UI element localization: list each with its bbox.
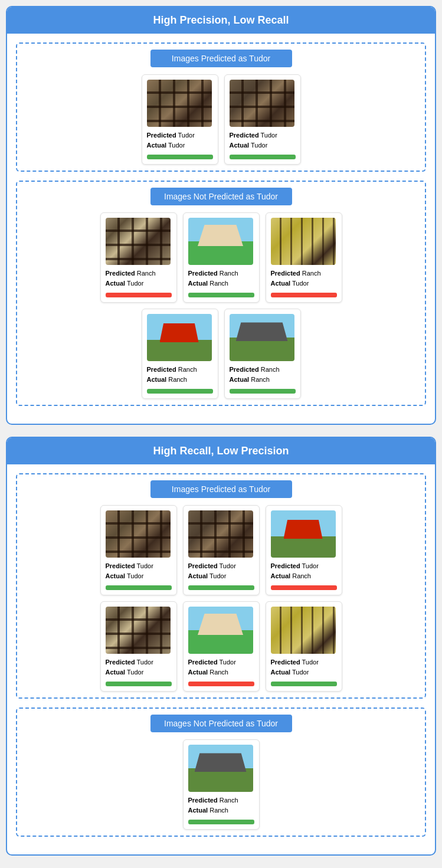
card-label: Predicted Tudor Actual Ranch (188, 657, 236, 677)
predicted-label: Predicted (271, 659, 300, 666)
card-image (271, 510, 336, 558)
actual-label: Actual (230, 376, 250, 383)
subsection-title-2b: Images Not Predicted as Tudor (150, 715, 292, 732)
section-title-1: High Precision, Low Recall (7, 7, 435, 34)
card-image (147, 80, 212, 127)
card: Predicted Tudor Actual Tudor (100, 505, 177, 595)
cards-row-2b: Predicted Tudor Actual Tudor Predicted T… (23, 601, 419, 692)
card-bar (106, 682, 172, 686)
card-image (188, 510, 253, 558)
card: Predicted Tudor Actual Tudor (224, 74, 301, 165)
card-bar (271, 682, 337, 686)
card: Predicted Tudor Actual Tudor (266, 601, 342, 692)
card-bar (188, 585, 254, 590)
subsection-not-predicted-tudor-1: Images Not Predicted as Tudor Predicted … (16, 181, 426, 406)
card: Predicted Tudor Actual Ranch (183, 601, 260, 692)
section-1-content: Images Predicted as Tudor Predicted Tudo… (7, 34, 435, 424)
predicted-label: Predicted (188, 270, 218, 277)
predicted-label: Predicted (147, 366, 176, 373)
card-image (230, 314, 294, 361)
card: Predicted Ranch Actual Tudor (266, 212, 342, 303)
card-image (106, 218, 171, 265)
actual-label: Actual (271, 669, 291, 676)
actual-label: Actual (188, 669, 208, 676)
subsection-not-predicted-tudor-2: Images Not Predicted as Tudor Predicted … (16, 707, 426, 837)
section-2-content: Images Predicted as Tudor Predicted Tudo… (7, 464, 435, 854)
predicted-label: Predicted (106, 562, 135, 569)
card-bar (147, 389, 213, 394)
card-label: Predicted Tudor Actual Tudor (147, 130, 195, 150)
predicted-label: Predicted (106, 270, 135, 277)
card: Predicted Ranch Actual Ranch (183, 212, 260, 303)
predicted-label: Predicted (271, 270, 300, 277)
card-label: Predicted Ranch Actual Tudor (271, 268, 321, 288)
actual-label: Actual (271, 572, 291, 579)
predicted-label: Predicted (230, 132, 259, 139)
predicted-label: Predicted (188, 797, 218, 804)
predicted-label: Predicted (106, 659, 135, 666)
predicted-label: Predicted (188, 659, 218, 666)
actual-label: Actual (106, 280, 126, 287)
actual-label: Actual (147, 142, 167, 149)
subsection-predicted-tudor-2: Images Predicted as Tudor Predicted Tudo… (16, 473, 426, 699)
cards-row-1c: Predicted Ranch Actual Ranch Predicted R… (23, 309, 419, 399)
card-bar (106, 293, 172, 297)
card: Predicted Ranch Actual Ranch (142, 309, 218, 399)
subsection-title-1a: Images Predicted as Tudor (150, 50, 292, 67)
card-image (106, 607, 171, 654)
card-label: Predicted Tudor Actual Tudor (188, 561, 236, 581)
card-label: Predicted Tudor Actual Tudor (106, 657, 153, 677)
cards-row-2c: Predicted Ranch Actual Ranch (23, 739, 419, 830)
card-label: Predicted Tudor Actual Ranch (271, 561, 319, 581)
subsection-title-2a: Images Predicted as Tudor (150, 480, 292, 498)
card-bar (188, 682, 254, 686)
actual-label: Actual (147, 376, 167, 383)
actual-label: Actual (188, 280, 208, 287)
card-bar (188, 820, 254, 824)
card: Predicted Tudor Actual Ranch (266, 505, 342, 595)
card-bar (188, 293, 254, 297)
subsection-title-1b: Images Not Predicted as Tudor (150, 188, 292, 205)
card-image (106, 510, 171, 558)
section-title-2: High Recall, Low Precision (7, 438, 435, 464)
predicted-label: Predicted (230, 366, 259, 373)
card: Predicted Tudor Actual Tudor (100, 601, 177, 692)
card: Predicted Ranch Actual Ranch (224, 309, 301, 399)
card-image (147, 314, 212, 361)
card-bar (230, 155, 296, 159)
actual-label: Actual (106, 572, 126, 579)
cards-row-1b: Predicted Ranch Actual Tudor Predicted R… (23, 212, 419, 303)
card-image (188, 607, 253, 654)
card-label: Predicted Tudor Actual Tudor (106, 561, 153, 581)
card: Predicted Tudor Actual Tudor (142, 74, 218, 165)
cards-row-2a: Predicted Tudor Actual Tudor Predicted T… (23, 505, 419, 595)
card-label: Predicted Ranch Actual Ranch (147, 365, 197, 384)
card-bar (271, 293, 337, 297)
actual-label: Actual (188, 807, 208, 814)
card-label: Predicted Tudor Actual Tudor (230, 130, 277, 150)
card-label: Predicted Ranch Actual Ranch (230, 365, 280, 384)
actual-label: Actual (106, 669, 126, 676)
predicted-label: Predicted (188, 562, 218, 569)
card-bar (271, 585, 337, 590)
card-bar (106, 585, 172, 590)
card-label: Predicted Ranch Actual Tudor (106, 268, 156, 288)
card-label: Predicted Ranch Actual Ranch (188, 268, 238, 288)
card: Predicted Ranch Actual Ranch (183, 739, 260, 830)
cards-row-1a: Predicted Tudor Actual Tudor Predicted T… (23, 74, 419, 165)
card-image (188, 218, 253, 265)
card-image (188, 745, 253, 792)
card-label: Predicted Tudor Actual Tudor (271, 657, 319, 677)
subsection-predicted-tudor-1: Images Predicted as Tudor Predicted Tudo… (16, 42, 426, 172)
card-label: Predicted Ranch Actual Ranch (188, 795, 238, 815)
section-high-precision: High Precision, Low Recall Images Predic… (6, 6, 436, 425)
actual-label: Actual (230, 142, 250, 149)
card-image (230, 80, 294, 127)
card: Predicted Ranch Actual Tudor (100, 212, 177, 303)
card-image (271, 218, 336, 265)
card: Predicted Tudor Actual Tudor (183, 505, 260, 595)
predicted-label: Predicted (147, 132, 176, 139)
actual-label: Actual (188, 572, 208, 579)
section-high-recall: High Recall, Low Precision Images Predic… (6, 437, 436, 856)
actual-label: Actual (271, 280, 291, 287)
